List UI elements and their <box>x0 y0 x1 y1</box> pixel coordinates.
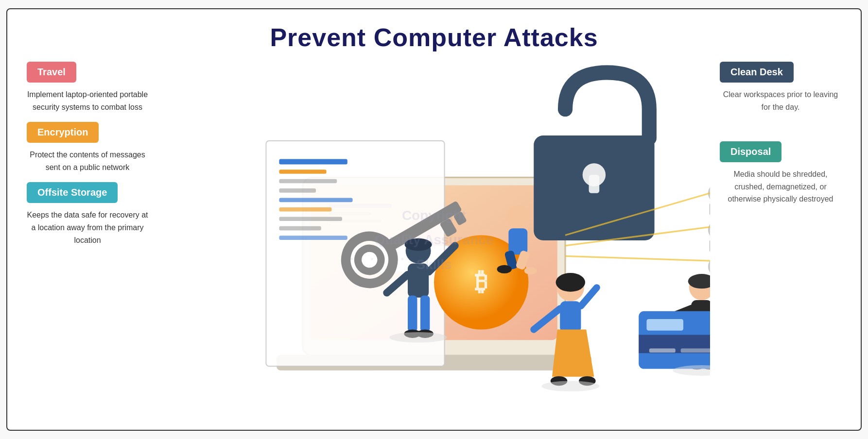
content-area: Travel Implement laptop-oriented portabl… <box>7 57 861 424</box>
svg-rect-14 <box>279 198 352 203</box>
svg-rect-11 <box>279 169 326 174</box>
svg-rect-80 <box>646 319 683 331</box>
svg-point-29 <box>708 220 710 239</box>
svg-rect-18 <box>279 236 347 240</box>
travel-block: Travel Implement laptop-oriented portabl… <box>27 62 148 113</box>
svg-marker-86 <box>552 330 594 377</box>
encryption-badge: Encryption <box>27 122 99 143</box>
left-column: Travel Implement laptop-oriented portabl… <box>7 57 158 424</box>
cleandesk-block: Clean Desk Clear workspaces prior to lea… <box>720 62 841 113</box>
svg-rect-13 <box>279 188 316 193</box>
travel-desc: Implement laptop-oriented portable secur… <box>27 88 148 113</box>
svg-point-84 <box>556 273 585 292</box>
slide: Prevent Computer Attacks Travel Implemen… <box>6 8 862 431</box>
svg-rect-66 <box>420 295 430 332</box>
svg-rect-50 <box>508 228 527 254</box>
cleandesk-desc: Clear workspaces prior to leaving for th… <box>720 88 841 113</box>
svg-rect-10 <box>279 159 347 165</box>
svg-rect-15 <box>279 207 331 212</box>
svg-point-91 <box>389 332 447 343</box>
svg-point-54 <box>524 267 537 274</box>
svg-rect-21 <box>589 175 600 193</box>
svg-line-46 <box>565 256 710 261</box>
svg-rect-12 <box>279 179 337 184</box>
encryption-desc: Protect the contents of messages sent on… <box>27 149 148 173</box>
svg-point-61 <box>405 238 432 251</box>
svg-rect-23 <box>710 203 710 216</box>
svg-rect-82 <box>681 348 710 353</box>
svg-rect-81 <box>649 348 676 353</box>
disposal-block: Disposal Media should be shredded, crush… <box>720 141 841 205</box>
travel-badge: Travel <box>27 62 76 83</box>
svg-rect-62 <box>408 264 429 298</box>
offsite-desc: Keeps the data safe for recovery at a lo… <box>27 209 148 246</box>
svg-rect-17 <box>279 226 321 231</box>
encryption-block: Encryption Protect the contents of messa… <box>27 122 148 173</box>
svg-point-49 <box>506 205 530 229</box>
offsite-badge: Offsite Storage <box>27 182 118 203</box>
svg-text:₿: ₿ <box>475 268 487 296</box>
svg-point-53 <box>497 265 512 273</box>
disposal-desc: Media should be shredded, crushed, demag… <box>720 168 841 205</box>
offsite-block: Offsite Storage Keeps the data safe for … <box>27 182 148 246</box>
center-illustration: • • • • • • <box>158 57 710 424</box>
page-title: Prevent Computer Attacks <box>7 9 861 57</box>
disposal-badge: Disposal <box>720 141 781 162</box>
cleandesk-badge: Clean Desk <box>720 62 794 83</box>
svg-point-92 <box>541 381 599 391</box>
right-column: Clean Desk Clear workspaces prior to lea… <box>710 57 861 424</box>
svg-rect-30 <box>710 239 710 253</box>
svg-rect-16 <box>279 217 342 221</box>
svg-rect-65 <box>408 295 417 332</box>
